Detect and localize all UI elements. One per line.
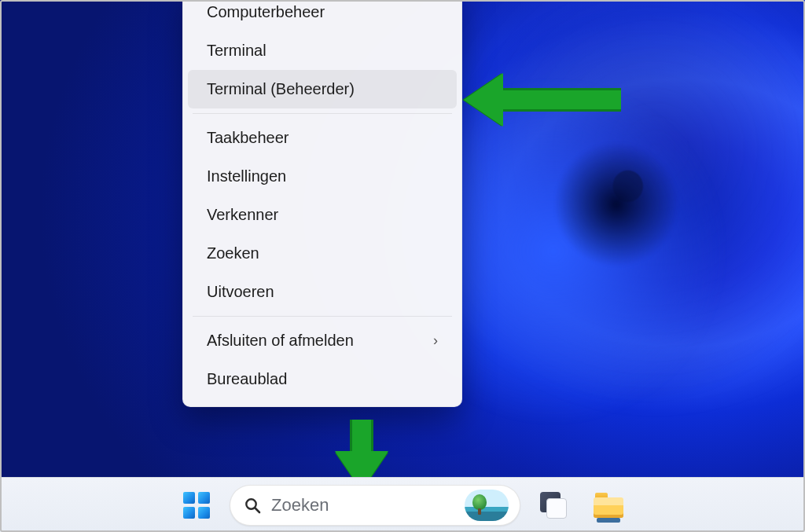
menu-separator [193, 113, 452, 114]
menu-item-label: Zoeken [207, 244, 259, 262]
menu-item-label: Bureaublad [207, 370, 287, 388]
menu-item-label: Instellingen [207, 167, 286, 185]
menu-item-label: Computerbeheer [207, 3, 325, 21]
winx-item-bureaublad[interactable]: Bureaublad [188, 360, 457, 398]
menu-item-label: Terminal [207, 42, 266, 60]
winx-item-taakbeheer[interactable]: Taakbeheer [188, 119, 457, 157]
wallpaper-decoration [553, 141, 679, 267]
winx-item-computerbeheer[interactable]: Computerbeheer [188, 0, 457, 31]
svg-line-1 [255, 508, 260, 512]
winx-item-terminal[interactable]: Terminal [188, 31, 457, 70]
start-button[interactable] [175, 485, 219, 526]
menu-item-label: Taakbeheer [207, 129, 289, 147]
winx-item-instellingen[interactable]: Instellingen [188, 157, 457, 196]
winx-context-menu: ComputerbeheerTerminalTerminal (Beheerde… [182, 0, 462, 407]
menu-item-label: Terminal (Beheerder) [207, 80, 355, 98]
taskbar-search[interactable]: Zoeken [230, 485, 520, 526]
search-icon [243, 496, 262, 515]
file-explorer-icon [594, 493, 623, 518]
menu-item-label: Afsluiten of afmelden [207, 332, 354, 350]
winx-item-terminal-beheerder[interactable]: Terminal (Beheerder) [188, 70, 457, 108]
task-view-button[interactable] [531, 485, 575, 526]
menu-item-label: Verkenner [207, 206, 278, 224]
taskbar: Zoeken [0, 477, 805, 532]
file-explorer-button[interactable] [586, 485, 630, 526]
search-placeholder: Zoeken [271, 495, 329, 515]
chevron-right-icon: › [433, 332, 438, 349]
winx-item-verkenner[interactable]: Verkenner [188, 196, 457, 234]
menu-separator [193, 316, 452, 317]
search-highlights-thumbnail[interactable] [465, 490, 509, 521]
task-view-icon [540, 492, 567, 519]
winx-item-zoeken[interactable]: Zoeken [188, 234, 457, 273]
menu-item-label: Uitvoeren [207, 283, 274, 301]
windows-logo-icon [183, 492, 210, 519]
annotation-arrow-terminal-admin [464, 73, 621, 127]
tree-icon [472, 494, 487, 515]
winx-item-afsluiten-of-afmelden[interactable]: Afsluiten of afmelden› [188, 321, 457, 360]
winx-item-uitvoeren[interactable]: Uitvoeren [188, 273, 457, 311]
